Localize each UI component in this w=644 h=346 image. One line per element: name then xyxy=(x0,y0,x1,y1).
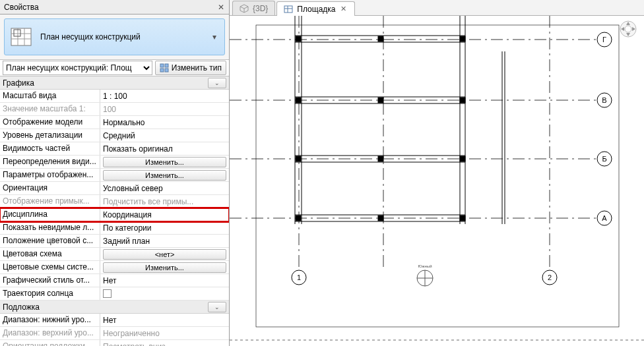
param-group-underlay[interactable]: Подложка⌄ xyxy=(0,301,229,314)
svg-rect-41 xyxy=(460,98,465,103)
svg-rect-45 xyxy=(296,216,301,221)
param-value[interactable]: Координация xyxy=(100,208,229,221)
tab-site[interactable]: Площадка ✕ xyxy=(276,1,354,16)
param-row[interactable]: Масштаб вида1 : 100 xyxy=(0,90,229,103)
param-row[interactable]: Отображение моделиНормально xyxy=(0,116,229,129)
svg-line-12 xyxy=(244,7,248,9)
param-row[interactable]: Ориентация подложкиПосмотреть вниз xyxy=(0,340,229,346)
param-row[interactable]: Значение масштаба 1:100 xyxy=(0,103,229,116)
param-name: Графический стиль от... xyxy=(0,274,100,287)
param-value[interactable] xyxy=(100,287,229,300)
edit-type-label: Изменить тип xyxy=(172,63,222,72)
param-row[interactable]: Диапазон: верхний уро...Неограниченно xyxy=(0,327,229,340)
param-value-checkbox[interactable] xyxy=(103,289,112,298)
grid-bubble-1: 1 xyxy=(297,274,301,281)
grid-bubble-v: В xyxy=(602,96,606,104)
param-name: Видимость частей xyxy=(0,142,100,155)
param-name: Дисциплина xyxy=(0,208,100,221)
parameter-grid[interactable]: Графика⌄Масштаб вида1 : 100Значение масш… xyxy=(0,76,229,346)
param-value: Подчистить все примы... xyxy=(100,195,229,208)
param-value-button[interactable]: Изменить... xyxy=(103,262,226,273)
svg-rect-37 xyxy=(378,36,383,42)
svg-rect-39 xyxy=(296,98,301,103)
svg-rect-9 xyxy=(165,69,168,72)
param-name: Отображение модели xyxy=(0,116,100,129)
param-row[interactable]: Графический стиль от...Нет xyxy=(0,274,229,287)
svg-text:Южный: Южный xyxy=(418,264,432,268)
svg-rect-7 xyxy=(165,64,168,67)
instance-row: План несущих конструкций: Площ Изменить … xyxy=(0,59,229,76)
svg-rect-43 xyxy=(378,156,383,161)
instance-selector[interactable]: План несущих конструкций: Площ xyxy=(3,61,152,75)
param-value[interactable]: По категории xyxy=(100,221,229,234)
param-value[interactable]: <нет> xyxy=(100,248,229,260)
param-value[interactable]: Нормально xyxy=(100,116,229,129)
chevron-down-icon: ▾ xyxy=(210,32,219,42)
properties-title: Свойства xyxy=(4,3,216,12)
tab-3d[interactable]: {3D} xyxy=(232,1,275,15)
svg-rect-8 xyxy=(160,69,164,72)
param-row[interactable]: ОриентацияУсловный север xyxy=(0,182,229,195)
grid-bubble-a: А xyxy=(602,214,607,222)
param-value-button[interactable]: Изменить... xyxy=(103,170,226,181)
param-row[interactable]: Переопределения види...Изменить... xyxy=(0,156,229,169)
param-row[interactable]: Параметры отображен...Изменить... xyxy=(0,169,229,182)
param-row[interactable]: Диапазон: нижний уро...Нет xyxy=(0,314,229,327)
svg-rect-47 xyxy=(460,216,465,221)
close-icon[interactable]: ✕ xyxy=(216,2,226,13)
param-name: Значение масштаба 1: xyxy=(0,103,100,115)
param-row[interactable]: Траектория солнца xyxy=(0,287,229,301)
type-selector[interactable]: План несущих конструкций ▾ xyxy=(4,18,225,55)
param-value[interactable]: Условный север xyxy=(100,182,229,194)
svg-rect-14 xyxy=(284,6,292,13)
grid-bubble-2: 2 xyxy=(548,274,552,281)
param-name: Переопределения види... xyxy=(0,156,100,168)
param-value[interactable]: Задний план xyxy=(100,235,229,247)
svg-rect-6 xyxy=(160,64,164,67)
param-row[interactable]: Цветовая схема<нет> xyxy=(0,248,229,261)
svg-rect-38 xyxy=(460,36,465,42)
properties-panel: Свойства ✕ План несущих конструкций ▾ xyxy=(0,0,230,346)
param-row[interactable]: Уровень детализацииСредний xyxy=(0,129,229,142)
param-value[interactable]: Средний xyxy=(100,129,229,142)
grid-bubble-g: Г xyxy=(602,36,606,43)
param-value[interactable]: Показать оригинал xyxy=(100,142,229,155)
grid-bubble-b: Б xyxy=(602,155,606,163)
param-name: Цветовая схема xyxy=(0,248,100,260)
compass-icon: Южный xyxy=(417,264,433,286)
param-row[interactable]: ДисциплинаКоординация xyxy=(0,208,229,221)
group-expander-icon[interactable]: ⌄ xyxy=(208,78,226,88)
param-row[interactable]: Положение цветовой с...Задний план xyxy=(0,235,229,248)
drawing-canvas[interactable]: 1 2 А Б В Г Южный xyxy=(230,16,644,346)
param-value: Неограниченно xyxy=(100,327,229,339)
param-value-button[interactable]: Изменить... xyxy=(103,157,226,167)
param-row[interactable]: Цветовые схемы систе...Изменить... xyxy=(0,261,229,274)
param-name: Цветовые схемы систе... xyxy=(0,261,100,274)
param-name: Параметры отображен... xyxy=(0,169,100,181)
param-name: Показать невидимые л... xyxy=(0,221,100,234)
param-value-button[interactable]: <нет> xyxy=(103,249,226,260)
param-row[interactable]: Видимость частейПоказать оригинал xyxy=(0,142,229,156)
cube-icon xyxy=(240,4,249,13)
param-name: Положение цветовой с... xyxy=(0,235,100,247)
param-value[interactable]: Изменить... xyxy=(100,261,229,274)
group-expander-icon[interactable]: ⌄ xyxy=(208,302,226,312)
svg-point-63 xyxy=(625,26,631,32)
param-value[interactable]: Нет xyxy=(100,274,229,287)
param-name: Ориентация xyxy=(0,182,100,194)
param-name: Отображение примык... xyxy=(0,195,100,208)
param-value[interactable]: Изменить... xyxy=(100,169,229,181)
param-value[interactable]: Нет xyxy=(100,314,229,326)
param-row[interactable]: Показать невидимые л...По категории xyxy=(0,221,229,235)
param-value[interactable]: Изменить... xyxy=(100,156,229,168)
svg-rect-36 xyxy=(296,36,301,42)
param-name: Диапазон: верхний уро... xyxy=(0,327,100,339)
svg-rect-40 xyxy=(378,98,383,103)
edit-type-button[interactable]: Изменить тип xyxy=(155,61,226,75)
nav-wheel-icon xyxy=(620,21,636,37)
tab-close-icon[interactable]: ✕ xyxy=(340,5,348,13)
param-value[interactable]: 1 : 100 xyxy=(100,90,229,102)
svg-rect-50 xyxy=(256,25,619,327)
param-row[interactable]: Отображение примык...Подчистить все прим… xyxy=(0,195,229,208)
param-group-graphics[interactable]: Графика⌄ xyxy=(0,76,229,90)
